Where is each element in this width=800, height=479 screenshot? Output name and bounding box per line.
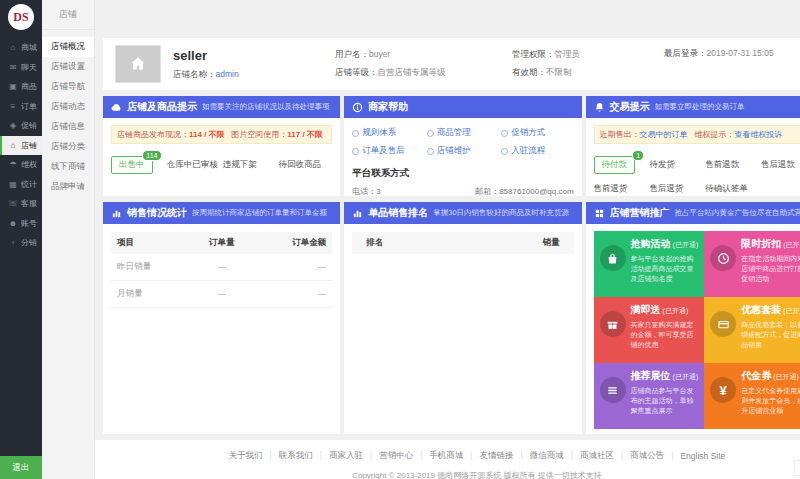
tile-voucher[interactable]: ¥ 代金券(已开通) 自定义代金券使用规则并发放于会员，提升店铺营业额	[704, 363, 800, 429]
help-links: 规则体系 商品管理 促销方式 订单及售后 店铺维护 入驻流程	[352, 127, 573, 157]
subnav-item-shop-dynamics[interactable]: 店铺动态	[42, 97, 94, 117]
subnav-item-shop-navigation[interactable]: 店铺导航	[42, 77, 94, 97]
shop-name-label: 店铺名称：	[173, 69, 216, 79]
top-panel-row: 店铺及商品提示 如需要关注的店铺状况以及待处理事项 店铺商品发布现况：114 /…	[103, 96, 800, 196]
pending-payment-button[interactable]: 待付款1	[594, 156, 636, 174]
warehouse-approved-link[interactable]: 仓库中已审核	[167, 159, 221, 171]
panel-subtitle: 如需要关注的店铺状况以及待处理事项	[202, 102, 330, 112]
pending-recycle-link[interactable]: 待回收商品	[278, 159, 332, 171]
help-link-onboarding[interactable]: 入驻流程	[501, 145, 573, 157]
rail-item-store[interactable]: ⌂店铺	[0, 136, 42, 156]
rail-item-label: 商品	[21, 81, 37, 92]
help-link-shop-maintain[interactable]: 店铺维护	[427, 145, 499, 157]
panel-subtitle: 如需要立即处理的交易订单	[655, 102, 745, 112]
username-label: 用户名：	[335, 49, 369, 59]
pending-ship-link[interactable]: 待发货	[649, 159, 703, 171]
rail-item-promotion[interactable]: ◈促销	[0, 116, 42, 136]
tile-time-discount[interactable]: 限时折扣(已开通) 在指定活动期间内对店铺中商品进行打折促销活动	[704, 231, 800, 297]
panel-title: 单品销售排名	[368, 206, 428, 220]
rail-item-account[interactable]: ☻账号	[0, 214, 42, 234]
goods-notice-bar: 店铺商品发布现况：114 / 不限 图片空间使用：117 / 不限	[111, 125, 332, 144]
panel-title: 商家帮助	[368, 100, 408, 114]
rail-item-service[interactable]: ☏客服	[0, 194, 42, 214]
sub-nav-title: 店铺	[42, 0, 94, 30]
phone-value: 3	[376, 187, 380, 196]
rail-item-goods[interactable]: ▣商品	[0, 77, 42, 97]
tile-flash-sale[interactable]: 抢购活动(已开通) 参与平台发起的抢购活动提高商品成交量及店铺知名度	[594, 231, 705, 297]
help-link-rules[interactable]: 规则体系	[352, 127, 424, 139]
rail-item-label: 统计	[21, 179, 37, 190]
footer-link-wechat-mall[interactable]: 微信商城	[514, 450, 564, 462]
on-sale-button[interactable]: 出售中114	[111, 156, 153, 174]
bell-icon	[594, 102, 605, 113]
pending-confirm-link[interactable]: 待确认签单	[705, 183, 759, 195]
merchant-help-header: 商家帮助	[344, 96, 581, 118]
logout-button[interactable]: 退出	[0, 456, 42, 479]
aftersale-return-link[interactable]: 售后退货	[649, 183, 703, 195]
rank-col-sales: 销量	[463, 232, 574, 254]
subnav-item-brand-apply[interactable]: 品牌申请	[42, 177, 94, 197]
footer-link-merchant-join[interactable]: 商家入驻	[313, 450, 363, 462]
goods-icon: ▣	[8, 82, 18, 91]
goods-links-row: 出售中114 仓库中已审核 违规下架 待回收商品	[111, 156, 332, 174]
tile-combo-deal[interactable]: 优惠套装(已开通) 商品优惠套装，以捆绑搭配方式，促进商品销量	[704, 297, 800, 363]
rail-item-orders[interactable]: ≡订单	[0, 97, 42, 117]
subnav-item-shop-category[interactable]: 店铺分类	[42, 137, 94, 157]
merchant-help-panel: 商家帮助 规则体系 商品管理 促销方式 订单及售后 店铺维护 入驻流程 平台联系…	[344, 96, 581, 196]
rail-item-mall[interactable]: ⌂商城	[0, 38, 42, 58]
presale-refund-link[interactable]: 售前退款	[705, 159, 759, 171]
footer-link-english-site[interactable]: English Site	[664, 451, 725, 461]
footer-link-contact[interactable]: 联系我们	[262, 450, 312, 462]
rail-item-distribution[interactable]: ‹分销	[0, 233, 42, 253]
subnav-item-shop-info[interactable]: 店铺信息	[42, 117, 94, 137]
main-area: seller 店铺名称：admin 用户名：buyer 店铺等级：自营店铺专属等…	[95, 0, 800, 479]
logo-wrap[interactable]: DS	[0, 0, 42, 34]
shop-avatar	[115, 45, 161, 83]
tile-full-gift[interactable]: 满即送(已开通) 买家只要购买满规定的金额，即可享受店铺的优惠	[594, 297, 705, 363]
level-label: 店铺等级：	[335, 67, 378, 77]
footer-link-about[interactable]: 关于我们	[228, 450, 262, 462]
footer: 关于我们 联系我们 商家入驻 营销中心 手机商城 友情链接 微信商城 商城社区 …	[95, 440, 800, 479]
help-link-order-aftersale[interactable]: 订单及售后	[352, 145, 424, 157]
rights-complaints-link[interactable]: 查看维权投诉	[734, 130, 782, 139]
trading-orders-link[interactable]: 交易中的订单	[640, 130, 688, 139]
tile-title: 满即送	[631, 304, 661, 315]
tile-title: 限时折扣	[741, 238, 781, 249]
panel-title: 店铺及商品提示	[127, 100, 197, 114]
footer-link-mobile-mall[interactable]: 手机商城	[413, 450, 463, 462]
profile-col-shop: seller 店铺名称：admin	[173, 48, 323, 81]
rail-item-rights[interactable]: ☂维权	[0, 155, 42, 175]
help-link-promo[interactable]: 促销方式	[501, 127, 573, 139]
store-icon: ⌂	[8, 141, 18, 150]
presale-return-link[interactable]: 售前退货	[594, 183, 648, 195]
aftersale-refund-link[interactable]: 售后退款	[761, 159, 800, 171]
chat-icon: ✉	[8, 63, 18, 72]
content: seller 店铺名称：admin 用户名：buyer 店铺等级：自营店铺专属等…	[95, 0, 800, 434]
rail-item-stats[interactable]: ▦统计	[0, 175, 42, 195]
marketing-tiles: 抢购活动(已开通) 参与平台发起的抢购活动提高商品成交量及店铺知名度 限时折扣(…	[594, 231, 800, 429]
subnav-item-shop-overview[interactable]: 店铺概况	[42, 37, 94, 57]
tile-desc: 店铺商品参与平台发布的主题活动，单独聚焦重点展示	[631, 386, 700, 416]
subnav-item-offline-store[interactable]: 线下商铺	[42, 157, 94, 177]
item-rank-panel: 单品销售排名 掌握30日内销售较好的商品及时补充货源 排名 销量	[344, 202, 581, 434]
subnav-item-shop-settings[interactable]: 店铺设置	[42, 57, 94, 77]
sub-nav-items: 店铺概况 店铺设置 店铺导航 店铺动态 店铺信息 店铺分类 线下商铺 品牌申请	[42, 37, 94, 197]
tile-featured-booth[interactable]: 推荐展位(已开通) 店铺商品参与平台发布的主题活动，单独聚焦重点展示	[594, 363, 705, 429]
trade-notice-label-2: 维权提示：	[694, 130, 734, 139]
footer-link-marketing-center[interactable]: 营销中心	[363, 450, 413, 462]
nav-rail: DS ⌂商城 ✉聊天 ▣商品 ≡订单 ◈促销 ⌂店铺 ☂维权 ▦统计 ☏客服 ☻…	[0, 0, 42, 479]
help-link-goods[interactable]: 商品管理	[427, 127, 499, 139]
sales-stats-panel: 销售情况统计 按周期统计商家店铺的订单量和订单金额 项目 订单量 订单金额 昨日…	[103, 202, 340, 434]
rail-item-chat[interactable]: ✉聊天	[0, 58, 42, 78]
footer-link-mall-community[interactable]: 商城社区	[564, 450, 614, 462]
footer-link-friend-links[interactable]: 友情链接	[463, 450, 513, 462]
shop-name-link[interactable]: admin	[216, 69, 239, 79]
panel-title: 销售情况统计	[127, 206, 187, 220]
rank-col-rank: 排名	[352, 232, 463, 254]
sales-col-item: 项目	[111, 232, 190, 254]
violation-offshelf-link[interactable]: 违规下架	[223, 159, 277, 171]
footer-link-mall-announcement[interactable]: 商城公告	[614, 450, 664, 462]
rail-item-label: 促销	[21, 120, 37, 131]
on-sale-badge: 114	[142, 150, 161, 161]
perm-value: 管理员	[555, 49, 581, 59]
